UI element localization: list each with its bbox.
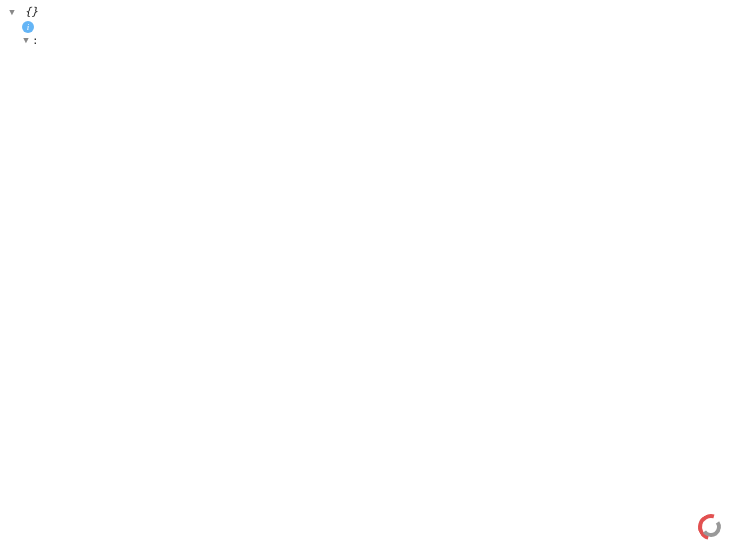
- object-summary-row[interactable]: { }: [8, 4, 736, 21]
- info-icon[interactable]: i: [22, 21, 34, 33]
- expand-triangle-icon[interactable]: [8, 6, 16, 20]
- watermark: [698, 514, 734, 544]
- brace-open: {: [25, 4, 32, 21]
- expand-triangle-icon[interactable]: [22, 34, 30, 48]
- options-row[interactable]: :: [8, 33, 736, 50]
- watermark-logo-icon: [698, 514, 728, 544]
- info-row: i: [8, 21, 736, 33]
- brace-close: }: [31, 4, 38, 21]
